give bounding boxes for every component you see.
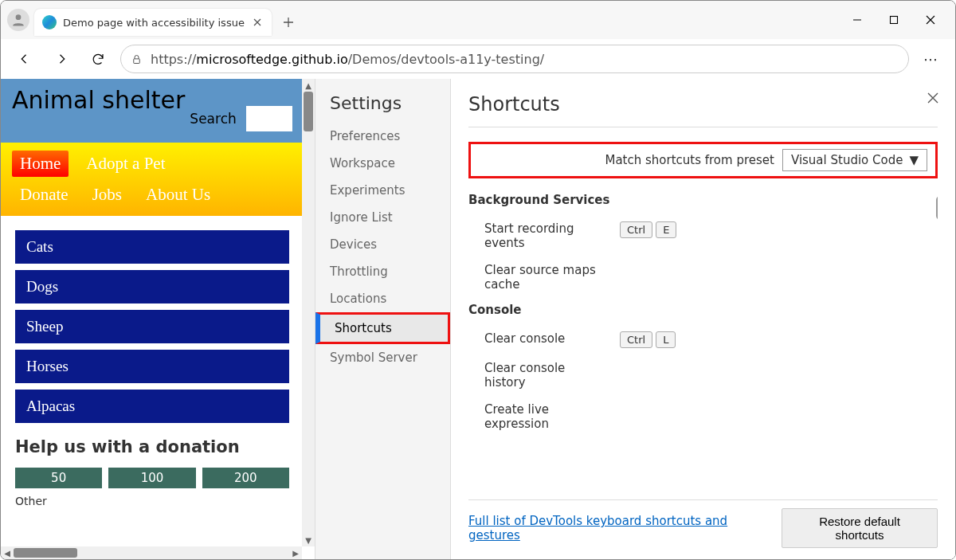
close-tab-button[interactable] [251, 16, 264, 29]
nav-adopt[interactable]: Adopt a Pet [78, 151, 173, 177]
shortcut-row: Clear console history [468, 354, 938, 396]
shortcut-row: Create live expression [468, 396, 938, 437]
browser-tab[interactable]: Demo page with accessibility issue [34, 9, 272, 36]
devtools-panel: Settings Preferences Workspace Experimen… [315, 79, 955, 559]
sidebar-item-throttling[interactable]: Throttling [315, 258, 450, 285]
preset-dropdown[interactable]: Visual Studio Code ▼ [782, 149, 927, 171]
scroll-right-icon[interactable]: ▶ [289, 546, 302, 559]
more-menu-button[interactable]: ⋯ [917, 51, 946, 68]
animal-alpacas[interactable]: Alpacas [15, 390, 289, 423]
url-text: https://microsoftedge.github.io/Demos/de… [151, 52, 544, 67]
page-hscrollbar[interactable]: ◀ ▶ [1, 546, 302, 559]
shortcuts-scroll-area: ▲ ▼ Background Services Start recording … [468, 188, 938, 493]
shortcut-row: Clear console Ctrl L [468, 325, 938, 354]
key: E [656, 221, 676, 238]
shortcut-row: Clear source maps cache [468, 257, 938, 298]
sidebar-item-experiments[interactable]: Experiments [315, 177, 450, 204]
back-button[interactable] [10, 45, 39, 73]
sidebar-item-locations[interactable]: Locations [315, 285, 450, 312]
sidebar-item-shortcuts[interactable]: Shortcuts [315, 312, 450, 344]
edge-icon [42, 15, 57, 29]
group-title-console: Console [468, 303, 938, 317]
restore-defaults-button[interactable]: Restore default shortcuts [782, 508, 938, 548]
svg-point-0 [16, 14, 22, 20]
settings-footer: Full list of DevTools keyboard shortcuts… [468, 499, 938, 548]
chevron-down-icon: ▼ [909, 153, 919, 167]
shortcut-row: Start recording events Ctrl E [468, 215, 938, 257]
nav-donate[interactable]: Donate [12, 182, 76, 208]
animal-cats[interactable]: Cats [15, 230, 289, 264]
sidebar-item-symbol-server[interactable]: Symbol Server [315, 344, 450, 371]
nav-jobs[interactable]: Jobs [84, 182, 130, 208]
search-label: Search [190, 111, 236, 127]
settings-heading: Settings [315, 93, 450, 123]
new-tab-button[interactable] [276, 10, 300, 34]
donate-50[interactable]: 50 [15, 468, 102, 488]
scroll-left-icon[interactable]: ◀ [1, 546, 14, 559]
maximize-button[interactable] [876, 7, 912, 33]
sidebar-item-preferences[interactable]: Preferences [315, 123, 450, 150]
sidebar-item-ignore-list[interactable]: Ignore List [315, 204, 450, 231]
hscroll-thumb[interactable] [14, 548, 77, 558]
preset-label: Match shortcuts from preset [605, 153, 774, 167]
key: Ctrl [620, 221, 652, 238]
lock-icon [131, 53, 143, 65]
page-header: Animal shelter Search [1, 79, 304, 143]
site-title: Animal shelter [12, 87, 185, 113]
donate-200[interactable]: 200 [202, 468, 289, 488]
settings-main: Shortcuts Match shortcuts from preset Vi… [451, 79, 955, 559]
minimize-button[interactable] [839, 7, 876, 33]
animal-list: Cats Dogs Sheep Horses Alpacas [1, 216, 304, 428]
sidebar-item-devices[interactable]: Devices [315, 231, 450, 258]
shortcut-label: Clear console [484, 331, 604, 346]
key: L [656, 331, 676, 348]
donation-section: Help us with a donation 50 100 200 Other [1, 428, 304, 511]
forward-button[interactable] [47, 45, 76, 73]
profile-avatar[interactable] [7, 9, 29, 31]
settings-page-title: Shortcuts [468, 93, 938, 127]
sidebar-item-workspace[interactable]: Workspace [315, 150, 450, 177]
animal-sheep[interactable]: Sheep [15, 310, 289, 343]
svg-rect-1 [891, 17, 898, 24]
preset-highlight: Match shortcuts from preset Visual Studi… [468, 142, 938, 178]
animal-dogs[interactable]: Dogs [15, 270, 289, 303]
sc-vscroll-thumb[interactable] [936, 196, 938, 220]
tab-title: Demo page with accessibility issue [63, 17, 245, 29]
donation-heading: Help us with a donation [15, 437, 289, 456]
shortcut-label: Clear console history [484, 361, 604, 390]
main-nav: Home Adopt a Pet Donate Jobs About Us [1, 143, 304, 216]
nav-home[interactable]: Home [12, 151, 69, 177]
shortcut-label: Create live expression [484, 402, 604, 431]
preset-value: Visual Studio Code [791, 153, 903, 167]
close-settings-button[interactable] [923, 88, 942, 108]
scroll-up-icon[interactable]: ▲ [302, 79, 315, 92]
close-window-button[interactable] [912, 7, 949, 33]
shortcut-label: Clear source maps cache [484, 263, 604, 292]
page-viewport: Animal shelter Search Home Adopt a Pet D… [1, 79, 315, 559]
group-title-bg-services: Background Services [468, 193, 938, 207]
settings-sidebar: Settings Preferences Workspace Experimen… [315, 79, 451, 559]
donate-100[interactable]: 100 [108, 468, 195, 488]
refresh-button[interactable] [84, 45, 112, 73]
full-list-link[interactable]: Full list of DevTools keyboard shortcuts… [468, 514, 782, 542]
browser-toolbar: https://microsoftedge.github.io/Demos/de… [1, 39, 955, 79]
browser-titlebar: Demo page with accessibility issue [1, 1, 955, 39]
nav-about[interactable]: About Us [138, 182, 218, 208]
svg-rect-2 [134, 58, 140, 63]
animal-horses[interactable]: Horses [15, 350, 289, 383]
page-vscrollbar[interactable]: ▲ ▼ [302, 79, 315, 546]
shortcut-label: Start recording events [484, 221, 604, 250]
address-bar[interactable]: https://microsoftedge.github.io/Demos/de… [120, 45, 909, 73]
key: Ctrl [620, 331, 652, 348]
scroll-down-icon[interactable]: ▼ [302, 534, 315, 546]
search-input[interactable] [246, 106, 292, 131]
vscroll-thumb[interactable] [304, 92, 313, 131]
donate-other-label: Other [15, 495, 289, 507]
